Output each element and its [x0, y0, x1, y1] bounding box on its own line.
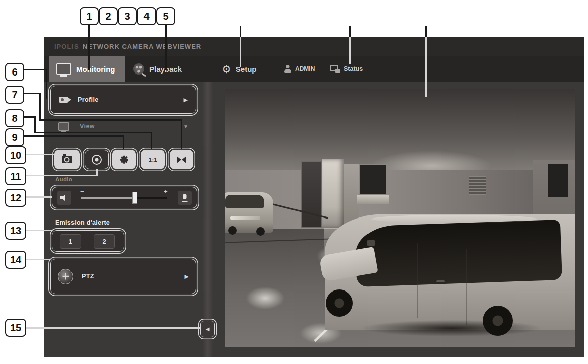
record-button[interactable] [85, 150, 109, 169]
callout-line-15 [24, 327, 200, 329]
callout-3: 3 [118, 7, 137, 25]
callout-13: 13 [5, 222, 26, 240]
ptz-joystick-icon [58, 269, 74, 284]
callout-6: 6 [5, 63, 24, 81]
actual-size-button[interactable]: 1:1 [141, 150, 165, 169]
ptz-expand-arrow-icon[interactable]: ▶ [185, 273, 189, 280]
callout-line-7d [181, 119, 182, 149]
minivan-rear-wheel [483, 306, 513, 336]
view-monitor-icon [58, 122, 69, 131]
view-label: View [80, 123, 95, 130]
callout-line-6b [46, 69, 47, 99]
sidebar-divider [202, 82, 213, 357]
audio-section-label: Audio [55, 176, 72, 182]
callout-line-7a [24, 93, 40, 94]
alarm-output-label: Emission d'alerte [55, 219, 110, 226]
callout-12: 12 [5, 189, 26, 207]
camera-icon [62, 156, 72, 163]
callout-line-9b [123, 135, 124, 149]
callout-5: 5 [156, 7, 175, 25]
alarm-output-2-button[interactable]: 2 [94, 234, 115, 249]
window-sill [357, 195, 389, 204]
callout-line-8d [151, 132, 152, 149]
profile-label: Profile [78, 96, 99, 103]
volume-track-left[interactable] [81, 197, 133, 199]
tab-monitoring[interactable]: Monitoring [49, 56, 125, 82]
volume-track-right[interactable] [137, 197, 167, 199]
callout-line-setup-top [240, 26, 241, 37]
callout-8: 8 [5, 109, 24, 127]
wall-vent-grid [469, 176, 486, 195]
ptz-panel[interactable]: PTZ ▶ [50, 259, 196, 294]
callout-15: 15 [5, 319, 26, 337]
callout-line-11a [24, 175, 97, 176]
callout-11: 11 [5, 167, 26, 185]
callout-line-10 [24, 154, 54, 155]
callout-line-5 [165, 25, 167, 70]
callout-line-13 [24, 230, 52, 231]
callout-line-14 [24, 259, 50, 260]
capture-button[interactable] [54, 150, 80, 169]
callout-14: 14 [5, 251, 26, 269]
minivan-door-seam-2 [466, 249, 467, 325]
monitor-icon [56, 63, 71, 75]
status-label: Status [344, 65, 363, 72]
tab-setup[interactable]: ⚙ Setup [214, 56, 272, 82]
record-icon [92, 155, 102, 165]
callout-line-setup [240, 37, 241, 67]
callout-9: 9 [5, 128, 24, 147]
fit-screen-icon [120, 155, 129, 164]
product-title: NETWORK CAMERA WEBVIEWER [83, 43, 202, 50]
mic-button[interactable] [178, 191, 192, 205]
speaker-icon [60, 194, 68, 201]
sedan-wheel-left [228, 226, 237, 235]
callout-1: 1 [80, 7, 99, 25]
person-icon [284, 65, 291, 73]
callout-line-11b [96, 169, 98, 176]
status-icon [330, 65, 340, 73]
callout-line-9a [24, 135, 124, 137]
admin-user-chip[interactable]: ADMIN [284, 56, 315, 82]
sidebar-collapse-button[interactable]: ◀ [200, 321, 215, 337]
callout-line-6a [24, 69, 47, 70]
profile-expand-arrow-icon[interactable]: ▶ [184, 97, 188, 103]
webviewer-window: iPOLiS NETWORK CAMERA WEBVIEWER Monitori… [44, 37, 584, 357]
dark-window [359, 164, 387, 195]
ptz-label: PTZ [82, 273, 94, 280]
volume-minus-label: − [80, 188, 84, 195]
callout-line-12 [24, 196, 52, 198]
callout-line-7b [39, 93, 41, 120]
minivan-roof-highlight [371, 215, 537, 223]
live-video-view [225, 89, 575, 347]
volume-slider-handle[interactable] [132, 192, 137, 204]
callout-line-1 [88, 25, 90, 70]
title-bar: iPOLiS NETWORK CAMERA WEBVIEWER [44, 37, 584, 56]
minivan-front-wheel [326, 289, 353, 317]
tab-playback[interactable]: Playback [126, 56, 199, 82]
callout-line-8c [34, 132, 152, 133]
profile-panel[interactable]: Profile ▶ [50, 86, 196, 114]
view-dropdown-arrow-icon[interactable]: ▼ [183, 124, 188, 129]
dark-sign [548, 164, 568, 197]
audio-control-panel: − + [52, 187, 197, 208]
callout-line-7c [39, 119, 182, 121]
callout-line-status [349, 37, 351, 64]
speaker-mute-button[interactable] [57, 191, 71, 205]
sedan-wheel-right [256, 227, 265, 236]
alarm-output-1-button[interactable]: 1 [60, 234, 81, 249]
actual-size-icon: 1:1 [149, 157, 157, 163]
callout-line-8a [24, 116, 35, 118]
status-button[interactable]: Status [330, 56, 363, 82]
minivan-window-band [355, 220, 562, 287]
alarm-output-panel: 1 2 [52, 230, 124, 252]
callout-10: 10 [5, 146, 26, 164]
callout-line-video-top [425, 26, 427, 37]
minivan-door-seam-1 [417, 243, 418, 318]
callout-4: 4 [137, 7, 156, 25]
stream-toggle-button[interactable] [170, 150, 193, 169]
callout-line-8b [34, 116, 36, 133]
manual-figure-page: { "callouts": { "top": ["1","2","3","4",… [0, 0, 588, 364]
stream-toggle-icon [177, 156, 186, 163]
tab-monitoring-label: Monitoring [76, 65, 115, 74]
fit-screen-button[interactable] [112, 150, 136, 169]
